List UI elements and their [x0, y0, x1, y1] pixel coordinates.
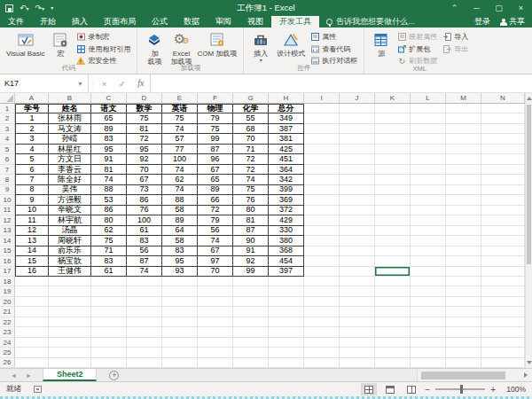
- cell-C25[interactable]: [91, 348, 127, 357]
- cell-F15[interactable]: 67: [198, 246, 233, 256]
- page-break-view-button[interactable]: [403, 383, 419, 395]
- row-header-20[interactable]: 20: [0, 297, 15, 307]
- column-header-N[interactable]: N: [481, 93, 525, 103]
- save-icon[interactable]: [5, 4, 13, 12]
- cell-K20[interactable]: [375, 297, 411, 307]
- cell-L24[interactable]: [411, 338, 446, 348]
- cell-I13[interactable]: [304, 226, 340, 236]
- cell-J25[interactable]: [340, 348, 375, 357]
- cell-F5[interactable]: 87: [198, 145, 233, 154]
- cell-B7[interactable]: 李香云: [49, 165, 91, 175]
- cell-L21[interactable]: [411, 307, 446, 317]
- cell-F7[interactable]: 67: [198, 165, 233, 175]
- column-header-D[interactable]: D: [127, 93, 162, 103]
- cell-H13[interactable]: 330: [269, 226, 304, 236]
- cell-N11[interactable]: [481, 206, 525, 215]
- cell-D6[interactable]: 92: [127, 154, 162, 164]
- cell-K14[interactable]: [375, 236, 411, 246]
- cell-I11[interactable]: [304, 206, 340, 215]
- properties-button[interactable]: 属性: [308, 31, 360, 43]
- cell-C9[interactable]: 88: [91, 185, 127, 195]
- cell-N3[interactable]: [481, 124, 525, 134]
- cell-E3[interactable]: 74: [162, 124, 198, 134]
- cell-G22[interactable]: [233, 317, 269, 327]
- cell-D26[interactable]: [127, 358, 162, 368]
- cell-D5[interactable]: 95: [127, 145, 162, 154]
- com-addins-button[interactable]: COM 加载项: [194, 29, 239, 59]
- cell-H16[interactable]: 454: [269, 256, 304, 266]
- row-header-2[interactable]: 2: [0, 113, 15, 123]
- cell-A9[interactable]: 8: [15, 185, 49, 195]
- cell-J14[interactable]: [340, 236, 375, 246]
- cell-L10[interactable]: [411, 195, 446, 205]
- cell-G16[interactable]: 92: [233, 256, 269, 266]
- cell-A16[interactable]: 15: [15, 256, 49, 266]
- row-header-11[interactable]: 11: [0, 206, 15, 215]
- cell-B1[interactable]: 姓名: [49, 104, 91, 113]
- import-button[interactable]: 导入: [440, 31, 471, 43]
- cell-H4[interactable]: 381: [269, 134, 304, 144]
- cell-L25[interactable]: [411, 348, 446, 357]
- sheet-tab-sheet2[interactable]: Sheet2: [43, 369, 98, 381]
- cell-G8[interactable]: 74: [233, 175, 269, 184]
- cell-B20[interactable]: [49, 297, 91, 307]
- cell-B15[interactable]: 俞乐乐: [49, 246, 91, 256]
- cell-G9[interactable]: 75: [233, 185, 269, 195]
- row-header-8[interactable]: 8: [0, 175, 15, 184]
- cell-K13[interactable]: [375, 226, 411, 236]
- cell-F25[interactable]: [198, 348, 233, 357]
- column-header-G[interactable]: G: [233, 93, 269, 103]
- cell-L11[interactable]: [411, 206, 446, 215]
- cell-D17[interactable]: 74: [127, 267, 162, 277]
- cell-A25[interactable]: [15, 348, 49, 357]
- row-header-12[interactable]: 12: [0, 215, 15, 225]
- cell-E7[interactable]: 74: [162, 165, 198, 175]
- select-all-corner[interactable]: [0, 93, 15, 103]
- cell-L1[interactable]: [411, 104, 446, 113]
- cell-D23[interactable]: [127, 327, 162, 337]
- cell-A19[interactable]: [15, 286, 49, 296]
- cell-E11[interactable]: 58: [162, 206, 198, 215]
- cell-I6[interactable]: [304, 154, 340, 164]
- cell-I22[interactable]: [304, 317, 340, 327]
- cell-C1[interactable]: 语文: [91, 104, 127, 113]
- column-header-F[interactable]: F: [198, 93, 233, 103]
- ribbon-tab-6[interactable]: 审阅: [207, 16, 239, 27]
- cell-K12[interactable]: [375, 215, 411, 225]
- cell-E21[interactable]: [162, 307, 198, 317]
- cell-D20[interactable]: [127, 297, 162, 307]
- row-header-1[interactable]: 1: [0, 104, 15, 113]
- cell-M23[interactable]: [446, 327, 481, 337]
- cell-N14[interactable]: [481, 236, 525, 246]
- cell-L7[interactable]: [411, 165, 446, 175]
- cell-G6[interactable]: 72: [233, 154, 269, 164]
- cell-H20[interactable]: [269, 297, 304, 307]
- close-button[interactable]: ×: [510, 0, 532, 16]
- cell-E1[interactable]: 英语: [162, 104, 198, 113]
- excel-addins-button[interactable]: ⚙⚙ Excel 加载项: [168, 29, 194, 66]
- cell-G10[interactable]: 76: [233, 195, 269, 205]
- zoom-slider-thumb[interactable]: [460, 385, 463, 394]
- cell-I23[interactable]: [304, 327, 340, 337]
- cell-C7[interactable]: 81: [91, 165, 127, 175]
- cell-B25[interactable]: [49, 348, 91, 357]
- cell-D22[interactable]: [127, 317, 162, 327]
- row-header-13[interactable]: 13: [0, 226, 15, 236]
- cell-I25[interactable]: [304, 348, 340, 357]
- cell-L15[interactable]: [411, 246, 446, 256]
- cell-K25[interactable]: [375, 348, 411, 357]
- cell-H9[interactable]: 399: [269, 185, 304, 195]
- cell-C5[interactable]: 95: [91, 145, 127, 154]
- cell-N22[interactable]: [481, 317, 525, 327]
- cell-J6[interactable]: [340, 154, 375, 164]
- cell-L18[interactable]: [411, 277, 446, 286]
- cell-G19[interactable]: [233, 286, 269, 296]
- cell-G23[interactable]: [233, 327, 269, 337]
- cell-L23[interactable]: [411, 327, 446, 337]
- cell-G1[interactable]: 化学: [233, 104, 269, 113]
- cell-E23[interactable]: [162, 327, 198, 337]
- cell-N17[interactable]: [481, 267, 525, 277]
- row-header-14[interactable]: 14: [0, 236, 15, 246]
- cell-L6[interactable]: [411, 154, 446, 164]
- cell-K7[interactable]: [375, 165, 411, 175]
